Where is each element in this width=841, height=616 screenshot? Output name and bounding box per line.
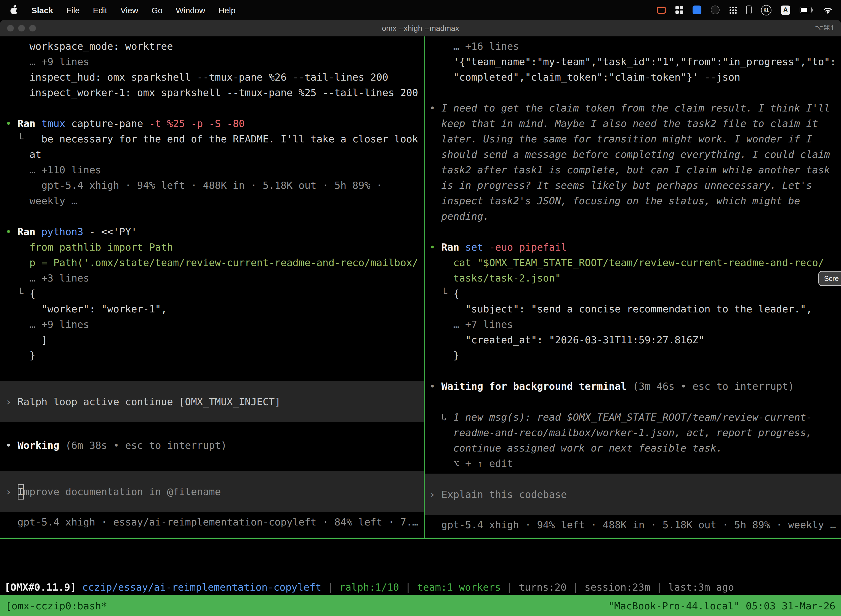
text-segment: pending.: [429, 210, 489, 222]
text-segment: workspace_mode: worktree: [6, 40, 173, 52]
text-segment: ]: [6, 334, 47, 346]
menu-file[interactable]: File: [66, 5, 79, 15]
terminal-pane-right[interactable]: … +16 lines '{"team_name":"my-team","tas…: [425, 37, 841, 538]
terminal-line: continue assigned work or next feasible …: [429, 440, 841, 456]
text-segment: [35, 226, 41, 238]
text-segment: inspect_hud: omx sparkshell --tmux-pane …: [6, 71, 388, 83]
terminal-line: ]: [6, 332, 424, 348]
wifi-icon[interactable]: [822, 6, 833, 14]
text-segment: tmux: [41, 117, 65, 129]
prompt-band[interactable]: › Ralph loop active continue [OMX_TMUX_I…: [0, 381, 424, 422]
battery-icon[interactable]: [800, 7, 813, 13]
menu-window[interactable]: Window: [176, 5, 205, 15]
terminal-line: "completed","claim_token":"claim-token"}…: [429, 70, 841, 85]
text-segment: }: [429, 349, 459, 361]
apple-menu-icon[interactable]: [10, 5, 18, 15]
text-segment: 1 new msg(s): read $OMX_TEAM_STATE_ROOT/…: [453, 411, 812, 423]
terminal-line: … +9 lines: [6, 54, 424, 70]
terminal-line: tasks/task-2.json": [429, 270, 841, 286]
text-segment: mprove documentation in @filename: [23, 484, 221, 499]
text-segment: weekly …: [6, 195, 77, 207]
phone-icon[interactable]: [746, 6, 752, 14]
blue-app-icon[interactable]: [693, 6, 701, 14]
battery-percent-icon[interactable]: 61: [761, 5, 771, 15]
terminal-line: [429, 224, 841, 239]
terminal-line: └ {: [429, 286, 841, 301]
text-segment: cat "$OMX_TEAM_STATE_ROOT/team/review-cu…: [429, 257, 824, 268]
text-segment: ›: [6, 394, 18, 409]
menu-bar-left: Slack FileEditViewGoWindowHelp: [0, 5, 235, 15]
menu-edit[interactable]: Edit: [93, 5, 107, 15]
text-segment: inspect task2's JSON, focusing on the st…: [429, 195, 800, 207]
terminal-line: keep that in mind. Maybe I also need the…: [429, 116, 841, 131]
hud-status-line: [OMX#0.11.9] cczip/essay/ai-reimplementa…: [4, 579, 841, 595]
terminal-line: p = Path('.omx/state/team/review-current…: [6, 255, 424, 270]
menu-go[interactable]: Go: [151, 5, 163, 15]
text-segment: gpt-5.4 xhigh · essay/ai-reimplementatio…: [6, 516, 418, 528]
text-segment: '{"team_name":"my-team","task_id":"1","f…: [429, 56, 836, 67]
keyboard-layout-icon[interactable]: A: [781, 5, 790, 15]
prompt-band[interactable]: › Improve documentation in @filename: [0, 471, 424, 512]
text-segment: Working: [18, 439, 59, 451]
text-segment: }: [6, 349, 35, 361]
terminal-line: [429, 394, 841, 409]
close-button[interactable]: [7, 25, 14, 31]
terminal-line: … +110 lines: [6, 162, 424, 178]
text-segment: •: [6, 439, 18, 451]
menu-view[interactable]: View: [120, 5, 138, 15]
terminal-line: '{"team_name":"my-team","task_id":"1","f…: [429, 54, 841, 70]
text-segment: Ran: [18, 226, 35, 238]
terminal-line: [429, 85, 841, 100]
menu-bar: Slack FileEditViewGoWindowHelp 61 A: [0, 0, 841, 20]
window-grid-icon[interactable]: [675, 6, 683, 14]
text-segment: ralph:1/10: [339, 581, 399, 593]
omx-hud: [OMX#0.11.9] cczip/essay/ai-reimplementa…: [0, 538, 841, 595]
terminal-line: … +7 lines: [429, 317, 841, 332]
text-segment: •: [6, 226, 18, 238]
text-segment: -t %25 -p -S -80: [149, 117, 245, 129]
terminal-line: gpt-5.4 xhigh · 94% left · 488K in · 5.1…: [429, 517, 841, 532]
text-segment: "created_at": "2026-03-31T11:59:27.816Z": [429, 334, 705, 346]
text-segment: ›: [6, 484, 18, 499]
screen-recording-icon[interactable]: [657, 6, 666, 13]
text-segment: └: [429, 287, 453, 299]
text-segment: {: [453, 287, 459, 299]
text-segment: "completed","claim_token":"claim-token"}…: [429, 71, 740, 83]
zoom-button[interactable]: [29, 25, 36, 31]
text-segment: |: [651, 581, 668, 593]
text-segment: … +16 lines: [429, 40, 519, 52]
terminal-line: • Waiting for background terminal (3m 46…: [429, 378, 841, 394]
terminal-line: "created_at": "2026-03-31T11:59:27.816Z": [429, 332, 841, 348]
menu-help[interactable]: Help: [218, 5, 236, 15]
terminal-line: later. Using the same for transition mig…: [429, 131, 841, 147]
app-menu-title[interactable]: Slack: [31, 5, 53, 15]
terminal-line: }: [429, 348, 841, 363]
text-segment: |: [399, 581, 417, 593]
terminal-line: weekly …: [6, 193, 424, 209]
terminal-line: workspace_mode: worktree: [6, 39, 424, 54]
tmux-session-label: [omx-cczip0:bash*: [6, 600, 107, 611]
prompt-band[interactable]: › Explain this codebase: [425, 474, 841, 515]
text-segment: … +110 lines: [6, 164, 101, 176]
minimize-button[interactable]: [18, 25, 25, 31]
text-segment: turns:20: [519, 581, 567, 593]
text-segment: ›: [429, 487, 441, 502]
text-segment: Explain this codebase: [441, 487, 567, 502]
terminal-line: • Ran tmux capture-pane -t %25 -p -S -80: [6, 116, 424, 131]
tmux-host-time: "MacBook-Pro-44.local" 05:03 31-Mar-26: [608, 600, 835, 611]
terminal-line: cat "$OMX_TEAM_STATE_ROOT/team/review-cu…: [429, 255, 841, 270]
text-segment: [35, 117, 41, 129]
text-segment: └: [6, 287, 29, 299]
text-segment: be necessary for the end of the README. …: [41, 133, 418, 145]
text-segment: I: [18, 484, 23, 499]
dark-app-icon[interactable]: [711, 6, 719, 14]
text-segment: readme-and-reco/mailbox/worker-1.json, a…: [429, 427, 812, 438]
terminal-area: workspace_mode: worktree … +9 lines insp…: [0, 37, 841, 538]
text-segment: inspect_worker-1: omx sparkshell --tmux-…: [6, 87, 418, 98]
screen-notification[interactable]: Scre: [819, 271, 841, 286]
text-segment: … +3 lines: [6, 272, 89, 284]
terminal-pane-left[interactable]: workspace_mode: worktree … +9 lines insp…: [0, 37, 425, 538]
text-segment: "worker": "worker-1",: [6, 303, 167, 315]
dots-grid-icon[interactable]: [729, 6, 737, 14]
text-segment: set: [465, 241, 483, 253]
